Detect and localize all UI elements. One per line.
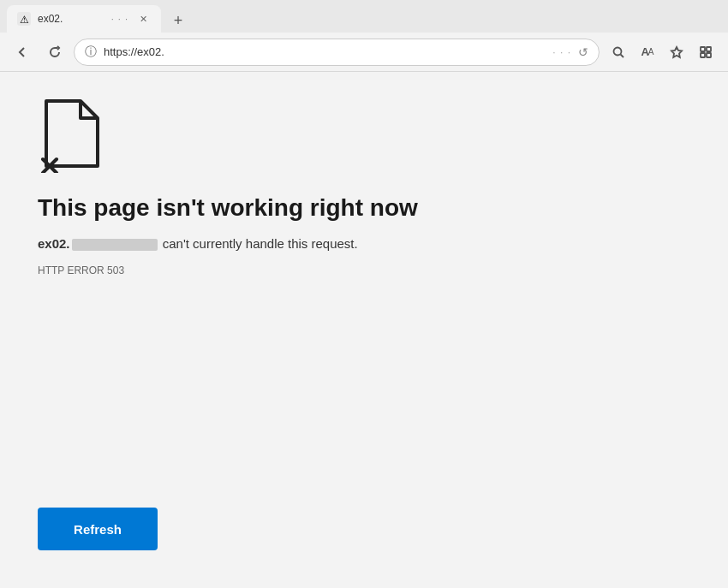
search-button[interactable] bbox=[605, 39, 632, 66]
read-aloud-button[interactable]: A A bbox=[634, 39, 661, 66]
nav-icon-group: A A bbox=[605, 39, 719, 66]
info-icon: ⓘ bbox=[85, 45, 97, 60]
favorites-button[interactable] bbox=[663, 39, 690, 66]
svg-marker-4 bbox=[671, 47, 682, 57]
tab-favicon: ⚠ bbox=[17, 12, 31, 26]
svg-rect-6 bbox=[707, 47, 711, 51]
error-heading: This page isn't working right now bbox=[38, 193, 690, 223]
refresh-nav-button[interactable] bbox=[41, 39, 69, 66]
tab-title: ex02. bbox=[38, 13, 104, 25]
refresh-button[interactable]: Refresh bbox=[38, 508, 158, 550]
redacted-domain bbox=[72, 239, 158, 251]
http-error-code: HTTP ERROR 503 bbox=[38, 264, 690, 276]
address-bar[interactable]: ⓘ https://ex02. · · · ↺ bbox=[74, 39, 600, 66]
tab-strip: ⚠ ex02. · · · ✕ + bbox=[7, 5, 721, 33]
svg-rect-5 bbox=[701, 47, 705, 51]
new-tab-button[interactable]: + bbox=[164, 9, 192, 33]
svg-rect-8 bbox=[707, 53, 711, 57]
svg-rect-7 bbox=[701, 53, 705, 57]
url-text: https://ex02. bbox=[104, 45, 542, 58]
page-content: This page isn't working right now ex02. … bbox=[0, 72, 728, 588]
address-refresh-icon[interactable]: ↺ bbox=[578, 45, 588, 59]
svg-line-3 bbox=[621, 54, 624, 57]
svg-point-2 bbox=[614, 47, 622, 55]
title-bar: ⚠ ex02. · · · ✕ + bbox=[0, 0, 728, 33]
svg-text:⚠: ⚠ bbox=[20, 14, 29, 26]
active-tab[interactable]: ⚠ ex02. · · · ✕ bbox=[7, 5, 161, 33]
description-suffix: can't currently handle this request. bbox=[163, 236, 358, 251]
domain-text: ex02. bbox=[38, 236, 70, 251]
collections-button[interactable] bbox=[692, 39, 719, 66]
navigation-bar: ⓘ https://ex02. · · · ↺ A A bbox=[0, 33, 728, 72]
browser-chrome: ⚠ ex02. · · · ✕ + ⓘ https://ex02. bbox=[0, 0, 728, 72]
back-button[interactable] bbox=[9, 39, 36, 66]
error-description: ex02. can't currently handle this reques… bbox=[38, 236, 690, 251]
file-error-icon bbox=[38, 98, 106, 173]
tab-close-button[interactable]: ✕ bbox=[135, 11, 151, 27]
